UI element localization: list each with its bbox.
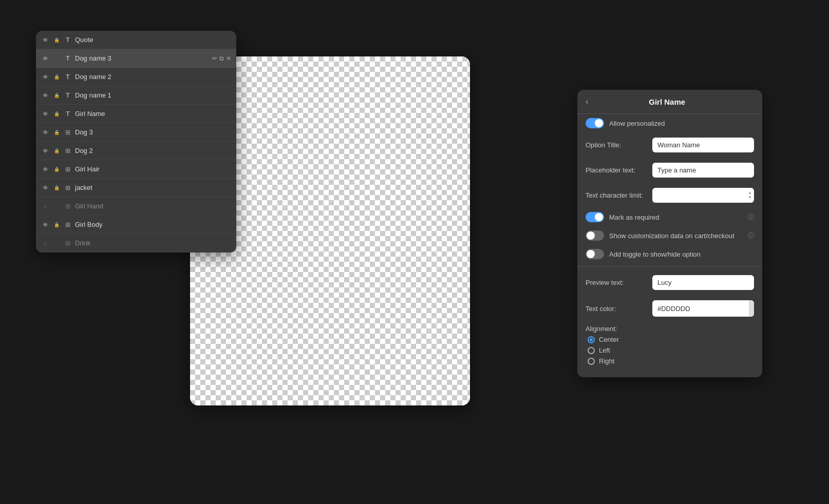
layer-row-dog-3[interactable]: 👁🔒⊞Dog 3 bbox=[36, 123, 236, 142]
panel-header: ‹ Girl Name bbox=[577, 90, 762, 114]
alignment-right-label: Right bbox=[599, 357, 614, 365]
lock-icon-dog-3[interactable]: 🔒 bbox=[52, 130, 61, 135]
placeholder-text-row: Placeholder text: bbox=[577, 158, 762, 183]
layer-row-girl-hair[interactable]: 👁🔒⊞Girl Hair bbox=[36, 160, 236, 179]
spin-down[interactable]: ▼ bbox=[748, 196, 752, 200]
show-customization-help-icon[interactable]: ⓘ bbox=[748, 231, 754, 240]
eye-icon-dog-name-1[interactable]: 👁 bbox=[41, 92, 49, 99]
allow-personalized-row: Allow personalized bbox=[577, 114, 762, 132]
edit-layer-btn-dog-name-3[interactable]: ✏ bbox=[212, 55, 217, 62]
layers-panel: 👁🔒TQuote👁 TDog name 3✏⧉✕👁🔒TDog name 2👁🔒T… bbox=[36, 31, 236, 253]
eye-icon-dog-name-2[interactable]: 👁 bbox=[41, 74, 49, 80]
layer-row-dog-name-3[interactable]: 👁 TDog name 3✏⧉✕ bbox=[36, 49, 236, 68]
text-color-label: Text color: bbox=[586, 305, 647, 313]
lock-icon-girl-name[interactable]: 🔒 bbox=[52, 111, 61, 117]
show-customization-row: Show customization data on cart/checkout… bbox=[577, 226, 762, 245]
divider-1 bbox=[577, 266, 762, 267]
layer-row-quote[interactable]: 👁🔒TQuote bbox=[36, 31, 236, 49]
lock-icon-dog-name-1[interactable]: 🔒 bbox=[52, 93, 61, 98]
layer-name-drink: Drink bbox=[75, 239, 231, 247]
layer-row-dog-2[interactable]: 👁🔒⊞Dog 2 bbox=[36, 142, 236, 160]
char-limit-wrap: ▲ ▼ bbox=[652, 188, 754, 203]
layer-name-dog-name-2: Dog name 2 bbox=[75, 73, 231, 81]
type-icon-dog-3: ⊞ bbox=[64, 129, 72, 136]
eye-icon-girl-hair[interactable]: 👁 bbox=[41, 166, 49, 172]
back-button[interactable]: ‹ bbox=[586, 97, 588, 106]
char-limit-spinners: ▲ ▼ bbox=[748, 188, 752, 203]
alignment-left-dot bbox=[588, 347, 595, 354]
layer-name-jacket: jacket bbox=[75, 184, 231, 191]
layer-name-girl-body: Girl Body bbox=[75, 221, 231, 228]
layer-row-drink[interactable]: ○ ⊞Drink bbox=[36, 234, 236, 253]
mark-required-toggle[interactable] bbox=[586, 212, 604, 222]
layer-name-dog-3: Dog 3 bbox=[75, 128, 231, 136]
type-icon-girl-hair: ⊞ bbox=[64, 166, 72, 173]
type-icon-jacket: ⊞ bbox=[64, 184, 72, 191]
alignment-center-label: Center bbox=[599, 336, 619, 343]
add-toggle-switch[interactable] bbox=[586, 249, 604, 259]
lock-icon-dog-name-2[interactable]: 🔒 bbox=[52, 74, 61, 80]
eye-icon-jacket[interactable]: 👁 bbox=[41, 185, 49, 191]
right-panel: ‹ Girl Name Allow personalized Option Ti… bbox=[577, 90, 762, 377]
layer-name-dog-2: Dog 2 bbox=[75, 147, 231, 154]
alignment-right[interactable]: Right bbox=[588, 357, 754, 365]
type-icon-girl-hand: ⊞ bbox=[64, 203, 72, 210]
char-limit-label: Text character limit: bbox=[586, 191, 647, 199]
alignment-radio-group: Center Left Right bbox=[586, 336, 754, 365]
mark-required-row: Mark as required ⓘ bbox=[577, 208, 762, 226]
type-icon-dog-name-1: T bbox=[64, 92, 72, 99]
preview-text-label: Preview text: bbox=[586, 279, 647, 286]
color-swatch[interactable] bbox=[749, 300, 754, 317]
alignment-left-label: Left bbox=[599, 346, 610, 354]
alignment-left[interactable]: Left bbox=[588, 346, 754, 354]
placeholder-text-label: Placeholder text: bbox=[586, 166, 647, 174]
lock-icon-girl-hair[interactable]: 🔒 bbox=[52, 167, 61, 172]
eye-icon-girl-hand[interactable]: ○ bbox=[41, 203, 49, 209]
char-limit-input[interactable] bbox=[652, 188, 754, 203]
add-toggle-row: Add toggle to show/hide option bbox=[577, 245, 762, 263]
color-text-input[interactable] bbox=[652, 301, 749, 316]
type-icon-dog-name-3: T bbox=[64, 55, 72, 62]
layer-row-girl-name[interactable]: 👁🔒TGirl Name bbox=[36, 105, 236, 123]
allow-personalized-toggle[interactable] bbox=[586, 118, 604, 128]
preview-text-input[interactable] bbox=[652, 275, 754, 290]
eye-icon-dog-2[interactable]: 👁 bbox=[41, 148, 49, 154]
lock-icon-jacket[interactable]: 🔒 bbox=[52, 185, 61, 190]
layer-actions-dog-name-3: ✏⧉✕ bbox=[212, 55, 231, 62]
placeholder-text-input[interactable] bbox=[652, 163, 754, 178]
lock-icon-dog-2[interactable]: 🔒 bbox=[52, 148, 61, 153]
eye-icon-dog-3[interactable]: 👁 bbox=[41, 129, 49, 135]
layer-name-dog-name-3: Dog name 3 bbox=[75, 54, 209, 62]
eye-icon-girl-body[interactable]: 👁 bbox=[41, 222, 49, 228]
lock-icon-girl-body[interactable]: 🔒 bbox=[52, 222, 61, 227]
layer-name-quote: Quote bbox=[75, 36, 231, 44]
layer-row-girl-body[interactable]: 👁🔒⊞Girl Body bbox=[36, 216, 236, 234]
eye-icon-quote[interactable]: 👁 bbox=[41, 37, 49, 43]
spin-up[interactable]: ▲ bbox=[748, 191, 752, 195]
option-title-input[interactable] bbox=[652, 138, 754, 152]
eye-icon-drink[interactable]: ○ bbox=[41, 240, 49, 246]
type-icon-dog-2: ⊞ bbox=[64, 147, 72, 154]
delete-layer-btn-dog-name-3[interactable]: ✕ bbox=[226, 55, 231, 62]
duplicate-layer-btn-dog-name-3[interactable]: ⧉ bbox=[219, 55, 224, 62]
alignment-center[interactable]: Center bbox=[588, 336, 754, 343]
color-input-wrap bbox=[652, 300, 754, 317]
eye-icon-girl-name[interactable]: 👁 bbox=[41, 111, 49, 117]
mark-required-help-icon[interactable]: ⓘ bbox=[748, 213, 754, 222]
eye-icon-dog-name-3[interactable]: 👁 bbox=[41, 55, 49, 62]
layer-name-girl-name: Girl Name bbox=[75, 110, 231, 118]
show-customization-label: Show customization data on cart/checkout bbox=[609, 232, 743, 240]
alignment-center-dot bbox=[588, 336, 595, 343]
type-icon-quote: T bbox=[64, 36, 72, 44]
layer-row-dog-name-1[interactable]: 👁🔒TDog name 1 bbox=[36, 86, 236, 105]
lock-icon-quote[interactable]: 🔒 bbox=[52, 37, 61, 43]
mark-required-label: Mark as required bbox=[609, 214, 743, 221]
type-icon-girl-name: T bbox=[64, 110, 72, 118]
layer-row-jacket[interactable]: 👁🔒⊞jacket bbox=[36, 179, 236, 197]
layer-row-dog-name-2[interactable]: 👁🔒TDog name 2 bbox=[36, 68, 236, 86]
char-limit-row: Text character limit: ▲ ▼ bbox=[577, 183, 762, 208]
layer-row-girl-hand[interactable]: ○ ⊞Girl Hand bbox=[36, 197, 236, 216]
show-customization-toggle[interactable] bbox=[586, 230, 604, 241]
layer-name-girl-hair: Girl Hair bbox=[75, 165, 231, 173]
type-icon-girl-body: ⊞ bbox=[64, 221, 72, 228]
